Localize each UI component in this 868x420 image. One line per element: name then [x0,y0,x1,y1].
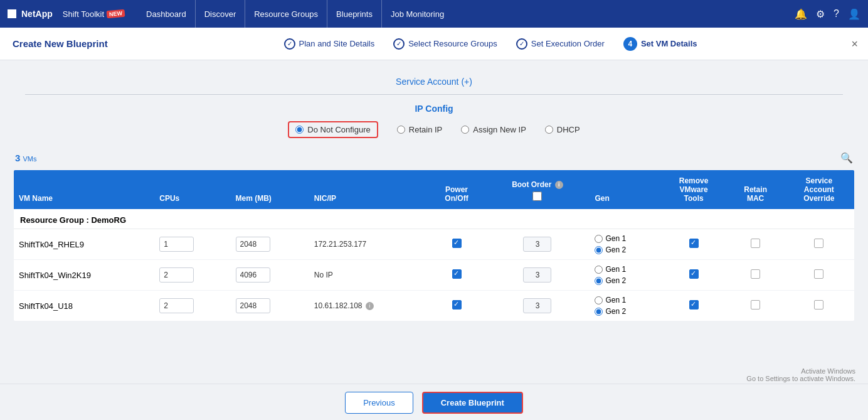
logo-text: NetApp [21,9,53,19]
close-button[interactable]: × [851,37,858,50]
search-icon[interactable]: 🔍 [840,152,853,164]
cpu-input-2[interactable] [159,267,194,283]
retain-mac-checkbox-1[interactable] [751,239,760,248]
vm-count: 3 VMs [15,153,37,163]
gen1-option-1[interactable]: Gen 1 [595,234,655,243]
boot-order-1[interactable] [523,237,551,252]
nav-links: Dashboard Discover Resource Groups Bluep… [137,0,795,28]
service-account-override-checkbox-1[interactable] [814,239,823,248]
th-mem: Mem (MB) [231,170,309,209]
step-3-check: ✓ [516,38,527,50]
ip-config-options: Do Not Configure Retain IP Assign New IP… [0,121,868,138]
resource-group-label: Resource Group : DemoRG [13,209,855,229]
help-icon[interactable]: ? [834,8,839,19]
wizard-title: Create New Blueprint [13,38,125,49]
netapp-logo-square [8,9,16,18]
retain-mac-checkbox-2[interactable] [751,269,760,279]
power-checkbox-2[interactable] [452,269,462,279]
th-power: PowerOn/Off [428,170,485,209]
nic-ip-1: 172.21.253.177 [309,229,428,260]
nav-right-icons: 🔔 ⚙ ? 👤 [795,8,860,20]
create-blueprint-button[interactable]: Create Blueprint [422,392,523,414]
ip-option-do-not-configure[interactable]: Do Not Configure [288,121,378,138]
ip-info-icon-3[interactable]: i [366,302,374,310]
gen2-option-1[interactable]: Gen 2 [595,245,655,254]
gen1-radio-2[interactable] [595,266,603,274]
ip-option-retain-ip[interactable]: Retain IP [397,125,442,134]
ip-radio-assign-new-ip[interactable] [461,126,469,134]
power-checkbox-1[interactable] [452,239,462,248]
mem-input-1[interactable] [236,237,270,252]
nav-discover[interactable]: Discover [196,0,246,28]
th-service-account-override: ServiceAccountOverride [784,170,855,209]
vm-name-1: ShiftTk04_RHEL9 [13,229,154,260]
previous-button[interactable]: Previous [345,392,413,414]
boot-order-info-icon[interactable]: i [555,181,563,189]
retain-mac-checkbox-3[interactable] [751,300,760,310]
gen1-radio-3[interactable] [595,296,603,304]
table-row: ShiftTk04_U18 10.61.182.108 i Gen 1 Gen … [13,291,855,322]
new-badge: NEW [107,9,125,18]
gen2-option-3[interactable]: Gen 2 [595,307,655,316]
notification-icon[interactable]: 🔔 [795,8,807,20]
nav-resource-groups[interactable]: Resource Groups [245,0,327,28]
ip-config-title: IP Config [0,104,868,114]
gen1-option-2[interactable]: Gen 1 [595,265,655,274]
gen2-option-2[interactable]: Gen 2 [595,276,655,285]
gen1-radio-1[interactable] [595,235,603,243]
ip-radio-do-not-configure[interactable] [295,126,304,134]
th-cpus: CPUs [154,170,230,209]
wizard-steps: ✓ Plan and Site Details ✓ Select Resourc… [125,37,855,51]
boot-order-2[interactable] [523,267,551,283]
boot-order-3[interactable] [523,298,551,313]
step-2-check: ✓ [393,38,405,50]
vm-name-2: ShiftTk04_Win2K19 [13,260,154,291]
vm-count-row: 3 VMs 🔍 [13,152,855,164]
th-boot-order: Boot Order i [485,170,590,209]
wizard-header: Create New Blueprint ✓ Plan and Site Det… [0,28,868,60]
mem-input-2[interactable] [236,267,270,283]
vm-table: VM Name CPUs Mem (MB) NIC/IP PowerOn/Off… [13,169,855,322]
boot-order-header-checkbox[interactable] [532,191,542,201]
ip-option-dhcp[interactable]: DHCP [545,125,580,134]
th-nic-ip: NIC/IP [309,170,428,209]
top-nav: NetApp Shift Toolkit NEW Dashboard Disco… [0,0,868,28]
user-icon[interactable]: 👤 [848,8,860,20]
table-row: ShiftTk04_RHEL9 172.21.253.177 Gen 1 Gen… [13,229,855,260]
wizard-step-1: ✓ Plan and Site Details [284,38,375,50]
netapp-logo: NetApp [8,9,53,19]
gen2-radio-2[interactable] [595,277,603,285]
th-gen: Gen [590,170,660,209]
service-account-link[interactable]: Service Account (+) [396,77,472,87]
nav-job-monitoring[interactable]: Job Monitoring [382,0,453,28]
table-row: ShiftTk04_Win2K19 No IP Gen 1 Gen 2 [13,260,855,291]
gear-icon[interactable]: ⚙ [816,8,825,20]
cpu-input-3[interactable] [159,298,194,313]
wizard-step-3: ✓ Set Execution Order [516,38,605,50]
ip-radio-dhcp[interactable] [545,126,553,134]
gen-group-1: Gen 1 Gen 2 [595,234,655,254]
ip-radio-retain-ip[interactable] [397,126,405,134]
service-account-override-checkbox-2[interactable] [814,269,823,279]
power-checkbox-3[interactable] [452,300,462,310]
wizard-step-4: 4 Set VM Details [623,37,697,51]
footer: Previous Create Blueprint [0,384,868,420]
activate-windows-watermark: Activate Windows Go to Settings to activ… [746,367,855,382]
gen2-radio-1[interactable] [595,246,603,254]
wizard-step-2: ✓ Select Resource Groups [393,38,497,50]
cpu-input-1[interactable] [159,237,194,252]
remove-vmware-checkbox-3[interactable] [689,300,699,310]
gen-group-3: Gen 1 Gen 2 [595,296,655,316]
remove-vmware-checkbox-2[interactable] [689,269,699,279]
ip-option-assign-new-ip[interactable]: Assign New IP [461,125,526,134]
nic-ip-3: 10.61.182.108 i [309,291,428,322]
nav-dashboard[interactable]: Dashboard [137,0,196,28]
mem-input-3[interactable] [236,298,270,313]
gen1-option-3[interactable]: Gen 1 [595,296,655,304]
remove-vmware-checkbox-1[interactable] [689,239,699,248]
vm-section: 3 VMs 🔍 VM Name CPUs Mem (MB) NIC/IP Pow… [13,152,855,322]
nav-blueprints[interactable]: Blueprints [327,0,382,28]
service-account-override-checkbox-3[interactable] [814,300,823,310]
th-remove-vmware: RemoveVMwareTools [660,170,728,209]
gen2-radio-3[interactable] [595,308,603,316]
